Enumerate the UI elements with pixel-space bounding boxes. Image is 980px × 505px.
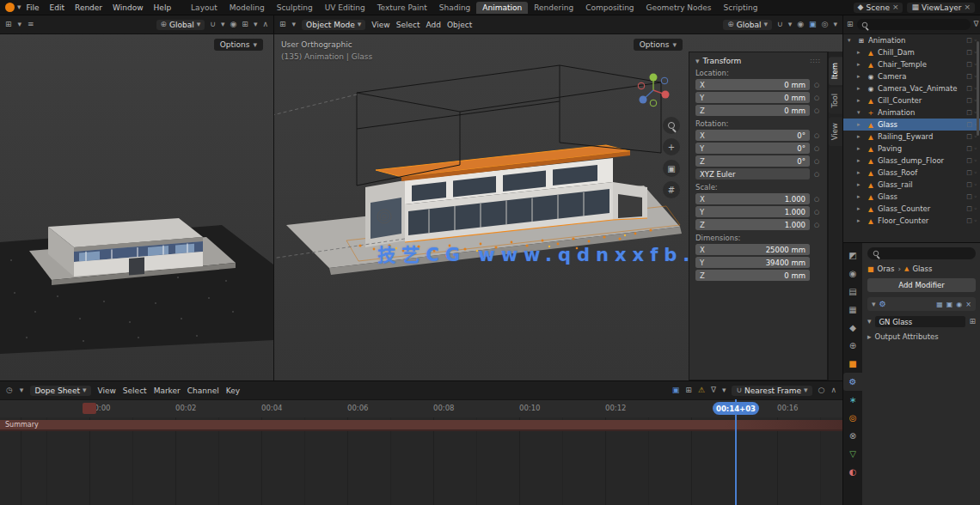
show-viewport-icon[interactable]: ▣ xyxy=(946,301,953,308)
auto-snap-select[interactable]: ∪ Nearest Frame ▾ xyxy=(732,386,812,396)
camera-view-icon[interactable]: ▣ xyxy=(663,160,680,177)
editor-type-icon[interactable]: ⊞ xyxy=(5,21,12,28)
chevron-down-icon[interactable]: ▾ xyxy=(695,58,700,65)
chevron-down-icon[interactable]: ▾ xyxy=(254,21,258,28)
list-item[interactable]: ▸▲Chill_Dam□◦ xyxy=(843,46,980,58)
scale-y-field[interactable]: Y1.000 xyxy=(695,206,810,217)
playhead[interactable] xyxy=(735,399,737,505)
left-3d-viewport[interactable]: Options ▾ xyxy=(0,34,273,380)
render-tab-icon[interactable]: ◉ xyxy=(843,265,862,283)
constraints-tab-icon[interactable]: ⊗ xyxy=(843,427,862,445)
collapse-icon[interactable]: ∧ xyxy=(830,386,836,394)
viewlayer-selector[interactable]: ▦ ViewLayer × xyxy=(907,3,975,13)
menu-render[interactable]: Render xyxy=(70,3,107,12)
workspace-tab-rendering[interactable]: Rendering xyxy=(528,2,579,14)
chevron-down-icon[interactable]: ▾ xyxy=(833,21,837,28)
filter-icon[interactable]: ∇ xyxy=(711,386,716,394)
list-item[interactable]: ▸▲Chair_Temple□◦ xyxy=(843,58,980,70)
workspace-tab-animation[interactable]: Animation xyxy=(476,2,528,14)
menu-help[interactable]: Help xyxy=(149,3,177,12)
workspace-tab-texture-paint[interactable]: Texture Paint xyxy=(371,2,433,14)
decorator-icon[interactable]: ○ xyxy=(812,222,821,228)
orientation-select[interactable]: ⊕ Global ▾ xyxy=(723,20,772,30)
chevron-down-icon[interactable]: ▾ xyxy=(20,386,24,394)
menu-key[interactable]: Key xyxy=(226,386,240,395)
list-item[interactable]: ▸▲Railing_Eyward□◦ xyxy=(843,131,980,143)
ortho-toggle-icon[interactable]: # xyxy=(663,181,680,198)
node-group-icon[interactable]: ⊞ xyxy=(969,318,976,326)
navigation-gizmo[interactable] xyxy=(634,70,673,110)
dope-sheet-area[interactable]: Summary xyxy=(0,417,842,505)
remove-modifier-icon[interactable]: × xyxy=(965,301,971,308)
material-tab-icon[interactable]: ◐ xyxy=(843,463,862,481)
chevron-down-icon[interactable]: ▾ xyxy=(292,21,297,28)
orientation-select[interactable]: ⊕ Global ▾ xyxy=(156,20,205,30)
workspace-tab-sculpting[interactable]: Sculpting xyxy=(271,2,319,14)
overlays-icon[interactable]: ▣ xyxy=(809,21,817,28)
hide-render-icon[interactable]: ◦ xyxy=(974,217,977,224)
editor-type-icon[interactable]: ◷ xyxy=(6,386,13,394)
location-z-field[interactable]: Z0 mm xyxy=(695,105,810,116)
dope-sheet-mode-select[interactable]: Dope Sheet ▾ xyxy=(30,386,90,396)
snap-magnet-icon[interactable]: ∪ xyxy=(210,21,216,28)
menu-select[interactable]: Select xyxy=(396,21,420,29)
pan-hand-icon[interactable]: + xyxy=(663,138,680,155)
list-item-selected[interactable]: ▸▲Glass□◦ xyxy=(843,119,980,131)
hide-viewport-icon[interactable]: □ xyxy=(966,49,972,56)
chevron-down-icon[interactable]: ▾ xyxy=(788,21,793,28)
view-layer-tab-icon[interactable]: ▦ xyxy=(843,301,862,319)
menu-window[interactable]: Window xyxy=(107,3,149,12)
hide-viewport-icon[interactable]: □ xyxy=(966,133,972,140)
proportional-editing-icon[interactable]: ◉ xyxy=(230,21,236,28)
list-item[interactable]: ▾⊞Animation□◦ xyxy=(843,34,980,46)
dimensions-z-field[interactable]: Z0 mm xyxy=(695,270,810,281)
breadcrumb-object[interactable]: Glass xyxy=(912,265,932,273)
decorator-icon[interactable]: ○ xyxy=(812,171,821,178)
outliner-search[interactable] xyxy=(857,19,971,30)
proportional-icon[interactable]: ○ xyxy=(818,386,825,394)
playhead-snap-icon[interactable]: ▣ xyxy=(672,386,680,394)
scene-selector[interactable]: ◆ Scene × xyxy=(854,3,903,13)
list-item[interactable]: ▸◉Camera_Vac_Animate□◦ xyxy=(843,82,980,94)
hide-render-icon[interactable]: ◦ xyxy=(974,205,977,212)
decorator-icon[interactable]: ○ xyxy=(812,145,821,152)
decorator-icon[interactable]: ○ xyxy=(812,132,821,139)
location-y-field[interactable]: Y0 mm xyxy=(695,92,810,103)
decorator-icon[interactable]: ○ xyxy=(812,158,821,165)
workspace-tab-layout[interactable]: Layout xyxy=(185,2,224,14)
rotation-z-field[interactable]: Z0° xyxy=(695,155,810,167)
hide-render-icon[interactable]: ◦ xyxy=(974,157,977,164)
options-dropdown[interactable]: Options ▾ xyxy=(634,39,683,51)
show-edit-mode-icon[interactable]: ▦ xyxy=(936,301,943,308)
chevron-down-icon[interactable]: ▾ xyxy=(722,386,726,394)
filter-icon[interactable]: ∇ xyxy=(974,21,979,28)
scale-x-field[interactable]: X1.000 xyxy=(695,193,810,204)
chevron-down-icon[interactable]: ▾ xyxy=(872,301,876,308)
decorator-icon[interactable]: ○ xyxy=(812,82,821,88)
breadcrumb-scene[interactable]: Oras xyxy=(878,265,895,273)
hide-render-icon[interactable]: ◦ xyxy=(974,181,977,188)
workspace-tab-shading[interactable]: Shading xyxy=(433,2,477,14)
overlay-grid-icon[interactable]: ⊞ xyxy=(685,386,692,394)
list-item[interactable]: ▸▲Floor_Counter□◦ xyxy=(843,215,980,227)
hide-viewport-icon[interactable]: □ xyxy=(966,181,972,188)
show-render-icon[interactable]: ◉ xyxy=(956,301,962,308)
hide-viewport-icon[interactable]: □ xyxy=(966,193,972,200)
menu-marker[interactable]: Marker xyxy=(154,386,181,395)
list-item[interactable]: ▸▲Glass_rail□◦ xyxy=(843,179,980,191)
output-attributes-section[interactable]: ▸ Output Attributes xyxy=(867,332,976,341)
chevron-down-icon[interactable]: ▾ xyxy=(867,318,872,326)
chevron-down-icon[interactable]: ▾ xyxy=(18,21,22,28)
snap-magnet-icon[interactable]: ∪ xyxy=(777,21,783,28)
menu-edit[interactable]: Edit xyxy=(45,3,70,12)
list-item[interactable]: ▸▲Glass_dump_Floor□◦ xyxy=(843,155,980,167)
modifier-header[interactable]: ▾ ⚙ ▦ ▣ ◉ × xyxy=(867,297,976,311)
list-item[interactable]: ▸◉Camera□◦ xyxy=(843,70,980,82)
workspace-tab-modeling[interactable]: Modeling xyxy=(224,2,271,14)
menu-file[interactable]: File xyxy=(21,3,45,12)
hide-viewport-icon[interactable]: □ xyxy=(966,121,972,128)
hide-viewport-icon[interactable]: □ xyxy=(966,37,972,44)
search-input[interactable] xyxy=(871,21,966,29)
rotation-x-field[interactable]: X0° xyxy=(695,130,810,141)
summary-channel-row[interactable]: Summary xyxy=(0,420,842,431)
